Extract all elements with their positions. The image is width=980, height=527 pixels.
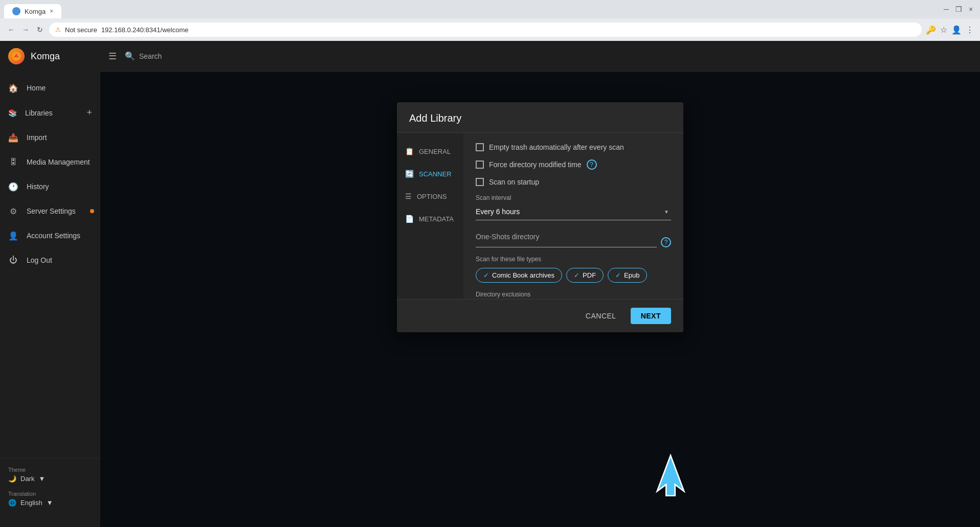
content-area: Add Library 📋 GENERAL 🔄 SCANNER bbox=[100, 72, 980, 527]
sidebar-item-server-settings[interactable]: ⚙ Server Settings bbox=[0, 199, 100, 223]
metadata-icon: 📄 bbox=[405, 215, 414, 223]
app-container: Komga 🏠 Home 📚 Libraries + 📥 Import bbox=[0, 41, 980, 527]
restore-button[interactable]: ❐ bbox=[953, 4, 964, 14]
server-settings-icon: ⚙ bbox=[8, 206, 18, 216]
scanner-content: Empty trash automatically after every sc… bbox=[463, 133, 683, 299]
window-controls: ─ ❐ × bbox=[941, 4, 976, 14]
active-tab[interactable]: Komga × bbox=[4, 4, 61, 18]
empty-trash-checkbox[interactable] bbox=[476, 143, 484, 151]
translation-selector[interactable]: Translation 🌐 English ▼ bbox=[8, 491, 92, 507]
one-shots-input[interactable] bbox=[476, 228, 657, 245]
sidebar-item-import[interactable]: 📥 Import bbox=[0, 125, 100, 150]
logo-icon bbox=[8, 48, 25, 64]
dialog-footer: CANCEL NEXT bbox=[397, 299, 683, 332]
tab-favicon bbox=[12, 7, 20, 15]
chip-pdf-check-icon: ✓ bbox=[574, 271, 580, 279]
force-dir-row: Force directory modified time ? bbox=[476, 159, 671, 170]
media-management-icon: 🎛 bbox=[8, 157, 18, 167]
sidebar-item-log-out[interactable]: ⏻ Log Out bbox=[0, 248, 100, 272]
sidebar-item-history-label: History bbox=[27, 182, 49, 191]
dialog-nav-metadata-label: METADATA bbox=[419, 215, 454, 223]
app-logo: Komga bbox=[0, 41, 100, 72]
file-types-label: Scan for these file types bbox=[476, 256, 671, 263]
import-icon: 📥 bbox=[8, 132, 18, 143]
chips-row: ✓ Comic Book archives ✓ PDF ✓ bbox=[476, 268, 671, 283]
theme-chevron-icon: ▼ bbox=[38, 475, 45, 483]
empty-trash-row: Empty trash automatically after every sc… bbox=[476, 143, 671, 151]
add-library-button[interactable]: + bbox=[86, 107, 92, 118]
reload-button[interactable]: ↻ bbox=[35, 25, 45, 35]
scan-interval-field: Scan interval Every 6 hours Disabled Eve… bbox=[476, 194, 671, 220]
tab-title: Komga bbox=[25, 8, 46, 15]
dialog-nav-options[interactable]: ☰ OPTIONS bbox=[397, 186, 463, 207]
scan-interval-select[interactable]: Every 6 hours Disabled Every hour Every … bbox=[476, 203, 671, 220]
scan-startup-label: Scan on startup bbox=[489, 178, 539, 186]
dialog-body: 📋 GENERAL 🔄 SCANNER ☰ OPTIONS bbox=[397, 133, 683, 299]
back-button[interactable]: ← bbox=[6, 25, 16, 35]
scan-startup-checkbox[interactable] bbox=[476, 178, 484, 186]
dialog-nav-scanner[interactable]: 🔄 SCANNER bbox=[397, 164, 463, 184]
dialog-nav-options-label: OPTIONS bbox=[417, 193, 447, 200]
chip-epub[interactable]: ✓ Epub bbox=[608, 268, 647, 283]
home-icon: 🏠 bbox=[8, 83, 18, 93]
url-text: 192.168.0.240:8341/welcome bbox=[101, 26, 189, 34]
theme-selector[interactable]: Theme 🌙 Dark ▼ bbox=[8, 467, 92, 483]
dialog-nav-general[interactable]: 📋 GENERAL bbox=[397, 141, 463, 162]
minimize-button[interactable]: ─ bbox=[941, 4, 951, 14]
file-types-section: Scan for these file types ✓ Comic Book a… bbox=[476, 256, 671, 283]
hamburger-button[interactable]: ☰ bbox=[108, 51, 117, 62]
profile-icon: 👤 bbox=[951, 25, 962, 35]
dialog-nav-metadata[interactable]: 📄 METADATA bbox=[397, 209, 463, 229]
sidebar-item-server-settings-label: Server Settings bbox=[27, 207, 76, 215]
sidebar-bottom: Theme 🌙 Dark ▼ Translation 🌐 English ▼ bbox=[0, 458, 100, 527]
one-shots-help-icon[interactable]: ? bbox=[661, 237, 671, 247]
main-header: ☰ 🔍 Search bbox=[100, 41, 980, 72]
sidebar-item-history[interactable]: 🕐 History bbox=[0, 174, 100, 199]
general-icon: 📋 bbox=[405, 147, 414, 155]
star-icon: ☆ bbox=[940, 25, 947, 35]
sidebar-item-import-label: Import bbox=[27, 133, 47, 142]
options-icon: ☰ bbox=[405, 192, 412, 200]
libraries-left: 📚 Libraries bbox=[8, 109, 53, 117]
dir-exclusions-label: Directory exclusions bbox=[476, 291, 671, 298]
scan-interval-label: Scan interval bbox=[476, 194, 671, 201]
translation-value: English bbox=[20, 499, 42, 507]
tab-close-button[interactable]: × bbox=[50, 8, 53, 15]
browser-title-bar: Komga × ─ ❐ × bbox=[0, 0, 980, 18]
dialog-nav-scanner-label: SCANNER bbox=[419, 170, 452, 178]
theme-label: Theme bbox=[8, 467, 92, 473]
sidebar-item-media-management[interactable]: 🎛 Media Management bbox=[0, 150, 100, 174]
empty-trash-label: Empty trash automatically after every sc… bbox=[489, 143, 624, 151]
sidebar-item-home-label: Home bbox=[27, 84, 46, 92]
menu-icon[interactable]: ⋮ bbox=[966, 25, 974, 35]
next-button[interactable]: NEXT bbox=[631, 308, 671, 324]
theme-select-row[interactable]: 🌙 Dark ▼ bbox=[8, 475, 92, 483]
sidebar-item-libraries[interactable]: 📚 Libraries + bbox=[0, 100, 100, 125]
cancel-button[interactable]: CANCEL bbox=[577, 308, 625, 324]
one-shots-field: ? bbox=[476, 228, 671, 247]
chip-pdf-label: PDF bbox=[583, 271, 596, 279]
dialog-sidebar-nav: 📋 GENERAL 🔄 SCANNER ☰ OPTIONS bbox=[397, 133, 463, 299]
search-bar[interactable]: 🔍 Search bbox=[125, 51, 162, 61]
translation-row[interactable]: 🌐 English ▼ bbox=[8, 499, 92, 507]
search-icon: 🔍 bbox=[125, 51, 135, 61]
theme-value: Dark bbox=[20, 475, 34, 483]
dir-exclusions-section: Directory exclusions #recycle × @eaDir × bbox=[476, 291, 671, 299]
address-bar[interactable]: ⚠ Not secure 192.168.0.240:8341/welcome bbox=[49, 22, 922, 37]
main-content: ☰ 🔍 Search Add Library bbox=[100, 41, 980, 527]
close-button[interactable]: × bbox=[966, 4, 976, 14]
force-dir-checkbox[interactable] bbox=[476, 161, 484, 169]
scan-interval-select-wrapper[interactable]: Every 6 hours Disabled Every hour Every … bbox=[476, 203, 671, 220]
sidebar-item-home[interactable]: 🏠 Home bbox=[0, 76, 100, 100]
scanner-icon: 🔄 bbox=[405, 170, 414, 178]
key-icon: 🔑 bbox=[926, 25, 936, 35]
chip-comic-book[interactable]: ✓ Comic Book archives bbox=[476, 268, 562, 283]
sidebar-item-account-settings[interactable]: 👤 Account Settings bbox=[0, 223, 100, 248]
force-dir-help-icon[interactable]: ? bbox=[587, 159, 597, 170]
one-shots-wrapper[interactable] bbox=[476, 228, 657, 247]
chip-epub-label: Epub bbox=[624, 271, 639, 279]
sidebar-item-libraries-label: Libraries bbox=[25, 109, 53, 117]
chip-comic-label: Comic Book archives bbox=[492, 271, 554, 279]
chip-pdf[interactable]: ✓ PDF bbox=[566, 268, 604, 283]
forward-button[interactable]: → bbox=[20, 25, 31, 35]
